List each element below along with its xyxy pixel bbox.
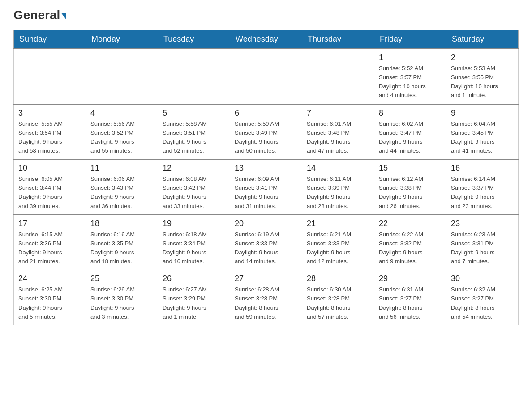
day-info: Sunrise: 6:25 AM Sunset: 3:30 PM Dayligh… xyxy=(18,285,81,321)
day-info: Sunrise: 6:28 AM Sunset: 3:28 PM Dayligh… xyxy=(235,285,297,321)
day-number: 24 xyxy=(18,274,81,283)
calendar-cell: 15Sunrise: 6:12 AM Sunset: 3:38 PM Dayli… xyxy=(374,159,446,215)
calendar-cell: 1Sunrise: 5:52 AM Sunset: 3:57 PM Daylig… xyxy=(374,49,446,104)
calendar-cell: 12Sunrise: 6:08 AM Sunset: 3:42 PM Dayli… xyxy=(158,159,230,215)
day-info: Sunrise: 6:26 AM Sunset: 3:30 PM Dayligh… xyxy=(90,285,153,321)
calendar-cell xyxy=(158,49,230,104)
week-row-4: 17Sunrise: 6:15 AM Sunset: 3:36 PM Dayli… xyxy=(14,215,519,270)
day-number: 13 xyxy=(235,163,297,173)
day-info: Sunrise: 5:56 AM Sunset: 3:52 PM Dayligh… xyxy=(90,120,153,156)
calendar-header-thursday: Thursday xyxy=(302,30,374,49)
calendar-cell: 18Sunrise: 6:16 AM Sunset: 3:35 PM Dayli… xyxy=(86,215,158,270)
day-number: 28 xyxy=(307,274,369,283)
day-number: 23 xyxy=(451,219,514,228)
calendar-cell xyxy=(302,49,374,104)
calendar-cell: 21Sunrise: 6:21 AM Sunset: 3:33 PM Dayli… xyxy=(302,215,374,270)
day-number: 16 xyxy=(451,163,514,173)
day-info: Sunrise: 5:58 AM Sunset: 3:51 PM Dayligh… xyxy=(163,120,225,156)
day-info: Sunrise: 5:59 AM Sunset: 3:49 PM Dayligh… xyxy=(235,120,297,156)
day-info: Sunrise: 6:01 AM Sunset: 3:48 PM Dayligh… xyxy=(307,120,369,156)
calendar-header-saturday: Saturday xyxy=(446,30,519,49)
day-number: 7 xyxy=(307,108,369,118)
day-info: Sunrise: 6:21 AM Sunset: 3:33 PM Dayligh… xyxy=(307,230,369,266)
day-number: 26 xyxy=(163,274,225,283)
calendar-header-monday: Monday xyxy=(86,30,158,49)
calendar-cell xyxy=(14,49,86,104)
calendar-cell: 25Sunrise: 6:26 AM Sunset: 3:30 PM Dayli… xyxy=(86,270,158,325)
day-number: 15 xyxy=(379,163,442,173)
day-number: 4 xyxy=(90,108,153,118)
day-number: 5 xyxy=(163,108,225,118)
day-info: Sunrise: 6:15 AM Sunset: 3:36 PM Dayligh… xyxy=(18,230,81,266)
calendar-header-row: SundayMondayTuesdayWednesdayThursdayFrid… xyxy=(14,30,519,49)
week-row-5: 24Sunrise: 6:25 AM Sunset: 3:30 PM Dayli… xyxy=(14,270,519,325)
day-info: Sunrise: 6:23 AM Sunset: 3:31 PM Dayligh… xyxy=(451,230,514,266)
day-info: Sunrise: 6:02 AM Sunset: 3:47 PM Dayligh… xyxy=(379,120,442,156)
day-info: Sunrise: 6:14 AM Sunset: 3:37 PM Dayligh… xyxy=(451,175,514,211)
day-info: Sunrise: 6:04 AM Sunset: 3:45 PM Dayligh… xyxy=(451,120,514,156)
calendar-cell: 2Sunrise: 5:53 AM Sunset: 3:55 PM Daylig… xyxy=(446,49,519,104)
day-info: Sunrise: 6:31 AM Sunset: 3:27 PM Dayligh… xyxy=(379,285,442,321)
calendar-header-sunday: Sunday xyxy=(14,30,86,49)
day-number: 3 xyxy=(18,108,81,118)
calendar-header-friday: Friday xyxy=(374,30,446,49)
logo-triangle-icon xyxy=(61,13,66,20)
calendar-cell: 23Sunrise: 6:23 AM Sunset: 3:31 PM Dayli… xyxy=(446,215,519,270)
calendar-cell: 20Sunrise: 6:19 AM Sunset: 3:33 PM Dayli… xyxy=(230,215,302,270)
day-info: Sunrise: 6:30 AM Sunset: 3:28 PM Dayligh… xyxy=(307,285,369,321)
day-info: Sunrise: 6:05 AM Sunset: 3:44 PM Dayligh… xyxy=(18,175,81,211)
day-number: 12 xyxy=(163,163,225,173)
calendar-table: SundayMondayTuesdayWednesdayThursdayFrid… xyxy=(13,30,519,325)
day-number: 14 xyxy=(307,163,369,173)
day-info: Sunrise: 6:08 AM Sunset: 3:42 PM Dayligh… xyxy=(163,175,225,211)
day-number: 1 xyxy=(379,53,442,62)
day-info: Sunrise: 5:53 AM Sunset: 3:55 PM Dayligh… xyxy=(451,64,514,100)
day-info: Sunrise: 6:22 AM Sunset: 3:32 PM Dayligh… xyxy=(379,230,442,266)
day-info: Sunrise: 6:09 AM Sunset: 3:41 PM Dayligh… xyxy=(235,175,297,211)
day-number: 8 xyxy=(379,108,442,118)
day-number: 2 xyxy=(451,53,514,62)
logo: General xyxy=(13,9,66,21)
calendar-cell: 16Sunrise: 6:14 AM Sunset: 3:37 PM Dayli… xyxy=(446,159,519,215)
day-info: Sunrise: 5:52 AM Sunset: 3:57 PM Dayligh… xyxy=(379,64,442,100)
calendar-header-wednesday: Wednesday xyxy=(230,30,302,49)
day-info: Sunrise: 6:16 AM Sunset: 3:35 PM Dayligh… xyxy=(90,230,153,266)
day-number: 6 xyxy=(235,108,297,118)
page-header: General xyxy=(13,9,519,21)
day-number: 11 xyxy=(90,163,153,173)
day-info: Sunrise: 6:06 AM Sunset: 3:43 PM Dayligh… xyxy=(90,175,153,211)
calendar-header-tuesday: Tuesday xyxy=(158,30,230,49)
calendar-cell: 22Sunrise: 6:22 AM Sunset: 3:32 PM Dayli… xyxy=(374,215,446,270)
week-row-2: 3Sunrise: 5:55 AM Sunset: 3:54 PM Daylig… xyxy=(14,104,519,160)
day-number: 30 xyxy=(451,274,514,283)
logo-general: General xyxy=(13,8,60,22)
calendar-cell: 5Sunrise: 5:58 AM Sunset: 3:51 PM Daylig… xyxy=(158,104,230,160)
day-number: 21 xyxy=(307,219,369,228)
day-info: Sunrise: 6:11 AM Sunset: 3:39 PM Dayligh… xyxy=(307,175,369,211)
day-number: 22 xyxy=(379,219,442,228)
calendar-cell: 29Sunrise: 6:31 AM Sunset: 3:27 PM Dayli… xyxy=(374,270,446,325)
calendar-cell: 10Sunrise: 6:05 AM Sunset: 3:44 PM Dayli… xyxy=(14,159,86,215)
day-number: 17 xyxy=(18,219,81,228)
calendar-cell: 30Sunrise: 6:32 AM Sunset: 3:27 PM Dayli… xyxy=(446,270,519,325)
calendar-cell: 8Sunrise: 6:02 AM Sunset: 3:47 PM Daylig… xyxy=(374,104,446,160)
calendar-cell: 7Sunrise: 6:01 AM Sunset: 3:48 PM Daylig… xyxy=(302,104,374,160)
day-info: Sunrise: 6:19 AM Sunset: 3:33 PM Dayligh… xyxy=(235,230,297,266)
calendar-cell: 24Sunrise: 6:25 AM Sunset: 3:30 PM Dayli… xyxy=(14,270,86,325)
calendar-cell: 11Sunrise: 6:06 AM Sunset: 3:43 PM Dayli… xyxy=(86,159,158,215)
day-number: 29 xyxy=(379,274,442,283)
day-info: Sunrise: 6:32 AM Sunset: 3:27 PM Dayligh… xyxy=(451,285,514,321)
week-row-1: 1Sunrise: 5:52 AM Sunset: 3:57 PM Daylig… xyxy=(14,49,519,104)
day-info: Sunrise: 6:27 AM Sunset: 3:29 PM Dayligh… xyxy=(163,285,225,321)
day-info: Sunrise: 5:55 AM Sunset: 3:54 PM Dayligh… xyxy=(18,120,81,156)
calendar-cell: 17Sunrise: 6:15 AM Sunset: 3:36 PM Dayli… xyxy=(14,215,86,270)
calendar-cell: 9Sunrise: 6:04 AM Sunset: 3:45 PM Daylig… xyxy=(446,104,519,160)
day-number: 18 xyxy=(90,219,153,228)
day-info: Sunrise: 6:12 AM Sunset: 3:38 PM Dayligh… xyxy=(379,175,442,211)
day-number: 10 xyxy=(18,163,81,173)
calendar-cell: 14Sunrise: 6:11 AM Sunset: 3:39 PM Dayli… xyxy=(302,159,374,215)
week-row-3: 10Sunrise: 6:05 AM Sunset: 3:44 PM Dayli… xyxy=(14,159,519,215)
calendar-cell xyxy=(86,49,158,104)
day-number: 27 xyxy=(235,274,297,283)
day-number: 9 xyxy=(451,108,514,118)
